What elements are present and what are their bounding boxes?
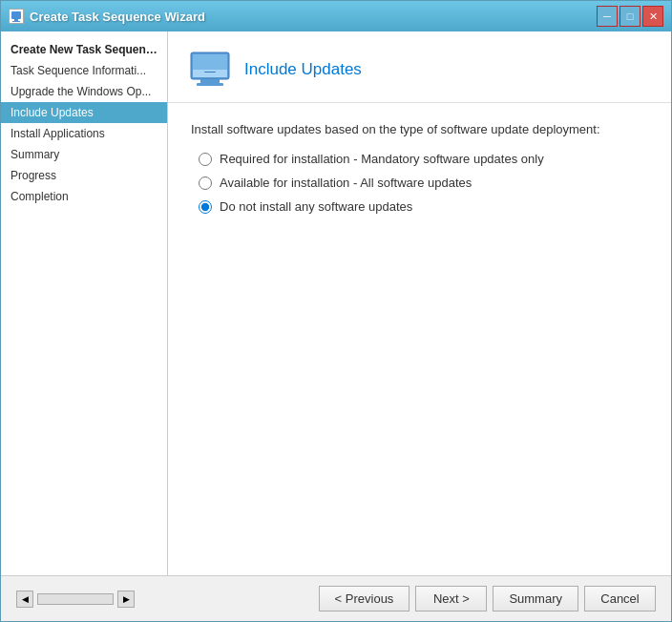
wizard-window: Create Task Sequence Wizard ─ □ ✕ Create…	[0, 0, 672, 622]
footer-buttons: < Previous Next > Summary Cancel	[319, 586, 656, 612]
title-bar-buttons: ─ □ ✕	[597, 6, 663, 27]
radio-label-required: Required for installation - Mandatory so…	[220, 152, 544, 166]
footer: ◀ ▶ < Previous Next > Summary Cancel	[1, 575, 671, 621]
minimize-button[interactable]: ─	[597, 6, 618, 27]
cancel-button[interactable]: Cancel	[584, 586, 656, 612]
scroll-track	[37, 593, 114, 605]
sidebar-item-upgrade-windows[interactable]: Upgrade the Windows Op...	[1, 81, 167, 102]
maximize-button[interactable]: □	[620, 6, 640, 27]
footer-left: ◀ ▶	[16, 591, 319, 608]
svg-rect-1	[14, 19, 18, 21]
title-bar: Create Task Sequence Wizard ─ □ ✕	[1, 1, 671, 31]
radio-group: Required for installation - Mandatory so…	[199, 152, 648, 214]
sidebar-item-include-updates[interactable]: Include Updates	[1, 102, 167, 123]
sidebar-item-completion[interactable]: Completion	[1, 186, 167, 207]
svg-rect-5	[193, 54, 227, 70]
sidebar-item-task-info[interactable]: Task Sequence Informati...	[1, 60, 167, 81]
svg-rect-6	[200, 79, 220, 83]
radio-item-none[interactable]: Do not install any software updates	[199, 199, 648, 214]
radio-label-none: Do not install any software updates	[220, 199, 412, 214]
main-panel: Include Updates Install software updates…	[168, 31, 671, 575]
sidebar-item-summary[interactable]: Summary	[1, 144, 167, 165]
radio-none[interactable]	[199, 200, 212, 214]
section-description: Install software updates based on the ty…	[191, 122, 648, 136]
sidebar-item-install-apps[interactable]: Install Applications	[1, 123, 167, 144]
monitor-icon	[187, 47, 233, 93]
radio-available[interactable]	[199, 176, 212, 190]
header-title: Include Updates	[244, 60, 362, 79]
close-button[interactable]: ✕	[642, 6, 663, 27]
radio-item-required[interactable]: Required for installation - Mandatory so…	[199, 152, 648, 166]
scroll-right-button[interactable]: ▶	[117, 591, 135, 608]
main-body: Install software updates based on the ty…	[168, 103, 671, 575]
radio-item-available[interactable]: Available for installation - All softwar…	[199, 176, 648, 190]
next-button[interactable]: Next >	[415, 586, 487, 612]
window-title: Create Task Sequence Wizard	[30, 10, 205, 24]
svg-rect-2	[12, 21, 20, 22]
main-header: Include Updates	[168, 31, 671, 103]
sidebar-item-create-task[interactable]: Create New Task Sequence	[1, 39, 167, 60]
previous-button[interactable]: < Previous	[319, 586, 410, 612]
summary-button[interactable]: Summary	[493, 586, 578, 612]
svg-rect-0	[11, 11, 21, 19]
sidebar-item-progress[interactable]: Progress	[1, 165, 167, 186]
svg-rect-7	[197, 83, 223, 86]
sidebar: Create New Task Sequence Task Sequence I…	[1, 31, 168, 575]
scrollbar-area: ◀ ▶	[16, 591, 135, 608]
content-area: Create New Task Sequence Task Sequence I…	[1, 31, 671, 575]
scroll-left-button[interactable]: ◀	[16, 591, 33, 608]
svg-rect-8	[204, 72, 216, 73]
radio-required[interactable]	[199, 153, 212, 166]
title-bar-icon	[9, 9, 24, 24]
radio-label-available: Available for installation - All softwar…	[220, 176, 472, 190]
title-bar-left: Create Task Sequence Wizard	[9, 9, 205, 24]
